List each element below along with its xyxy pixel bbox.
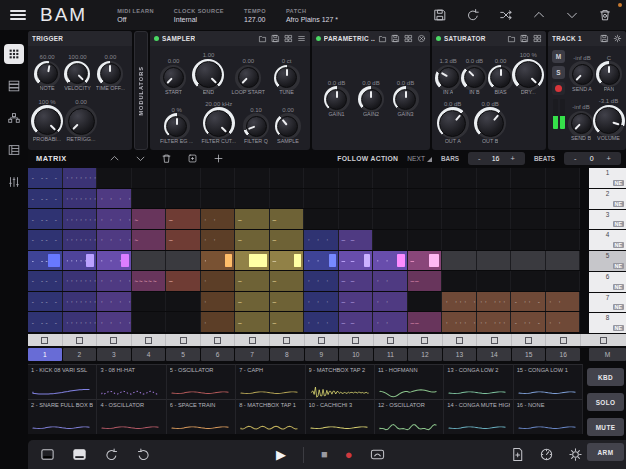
matrix-cell-r5-c12[interactable]: — [408,251,443,271]
matrix-cell-r7-c12[interactable] [408,292,443,312]
column-checkbox-7[interactable] [235,334,270,346]
matrix-cell-r1-c8[interactable] [270,168,305,188]
matrix-cell-r2-c6[interactable] [201,189,236,209]
track-cell-7-caph[interactable]: 7 - CAPH [236,364,305,399]
follow-action-dropdown[interactable]: NEXT [407,155,432,162]
matrix-cell-r4-c3[interactable]: · · · · [97,230,132,250]
matrix-cell-r7-c3[interactable]: · · · · [97,292,132,312]
topbar-field-clock-source[interactable]: CLOCK SOURCEInternal [174,8,224,23]
track-number-7[interactable]: 7 [235,348,269,361]
matrix-cell-r3-c1[interactable]: - -- - [28,209,63,229]
matrix-cell-r7-c10[interactable]: — — [339,292,374,312]
matrix-cell-r1-c9[interactable] [304,168,339,188]
matrix-cell-r8-c1[interactable]: - -- - [28,312,63,332]
track-number-6[interactable]: 6 [201,348,235,361]
undo-arc-icon[interactable] [104,447,119,462]
track-number-2[interactable]: 2 [63,348,97,361]
matrix-cell-r4-c14[interactable] [477,230,512,250]
save-icon[interactable] [600,34,609,43]
matrix-cell-r4-c12[interactable] [408,230,443,250]
matrix-cell-r4-c9[interactable]: · · · [304,230,339,250]
matrix-cell-r5-c8[interactable]: – [270,251,305,271]
matrix-cell-r7-c1[interactable]: - -- - [28,292,63,312]
arm-button[interactable]: ARM [587,443,624,461]
plus-icon[interactable] [213,153,224,164]
knob-bias[interactable]: 0.00BIAS [489,58,513,95]
track-number-11[interactable]: 11 [374,348,408,361]
scene-slot-4[interactable]: 4NE [589,230,626,250]
folder-icon[interactable] [258,34,267,43]
matrix-cell-r6-c1[interactable]: - -- - [28,271,63,291]
matrix-cell-r2-c10[interactable] [339,189,374,209]
chevron-up-icon[interactable] [532,8,546,22]
matrix-cell-r6-c3[interactable]: · · · · [97,271,132,291]
sidebar-item-track-list[interactable] [4,140,24,160]
matrix-cell-r2-c7[interactable] [235,189,270,209]
scene-slot-1[interactable]: 1NE [589,168,626,188]
matrix-cell-r2-c8[interactable] [270,189,305,209]
matrix-cell-r4-c16[interactable] [546,230,581,250]
matrix-cell-r8-c6[interactable]: · [201,312,236,332]
column-checkbox-3[interactable] [97,334,132,346]
column-checkbox-8[interactable] [270,334,305,346]
settings-icon[interactable] [568,447,583,462]
matrix-cell-r2-c16[interactable] [546,189,581,209]
track-cell-11-hofmann[interactable]: 11 - HOFMANN [375,364,444,399]
matrix-cell-r7-c15[interactable]: - ·· - [511,292,546,312]
matrix-cell-r1-c13[interactable] [442,168,477,188]
knob-in-b[interactable]: 0.0 dBIN B [462,58,486,95]
column-checkbox-14[interactable] [477,334,512,346]
column-checkbox-2[interactable] [63,334,98,346]
matrix-cell-r3-c6[interactable]: · · [201,209,236,229]
scene-slot-3[interactable]: 3NE [589,210,626,230]
panel-split-icon[interactable] [40,447,55,462]
matrix-cell-r5-c1[interactable]: - -- [28,251,63,271]
knob-volume[interactable]: -3.1 dBVOLUME [595,98,622,141]
matrix-cell-r8-c8[interactable]: – [270,312,305,332]
matrix-cell-r7-c6[interactable]: · [201,292,236,312]
knob-out-b[interactable]: 0.0 dBOUT B [471,101,508,144]
column-checkbox-12[interactable] [408,334,443,346]
scene-slot-8[interactable]: 8NE [589,313,626,333]
matrix-cell-r1-c4[interactable] [132,168,167,188]
shuffle-icon[interactable] [499,8,513,22]
solo-button[interactable]: SOLO [587,393,624,411]
column-checkbox-5[interactable] [166,334,201,346]
matrix-cell-r6-c14[interactable] [477,271,512,291]
chevron-up-icon[interactable] [109,153,120,164]
matrix-cell-r1-c14[interactable] [477,168,512,188]
topbar-field-patch[interactable]: PATCHAfro Plains 127 * [286,8,338,23]
track-number-16[interactable]: 16 [546,348,580,361]
column-checkbox-10[interactable] [339,334,374,346]
track-cell-12-oscillator[interactable]: 12 - OSCILLATOR [375,399,444,434]
matrix-cell-r3-c4[interactable]: ~ [132,209,167,229]
mute-button[interactable]: MUTE [587,418,624,436]
matrix-cell-r5-c3[interactable]: · · · [97,251,132,271]
matrix-cell-r1-c2[interactable]: ······· [63,168,98,188]
matrix-cell-r4-c1[interactable]: - -- - [28,230,63,250]
matrix-cell-r3-c15[interactable] [511,209,546,229]
add-file-icon[interactable] [510,447,525,462]
knob-pan[interactable]: CPAN [597,55,621,92]
matrix-cell-r8-c11[interactable]: · · [373,312,408,332]
matrix-cell-r5-c14[interactable] [477,251,512,271]
matrix-cell-r8-c9[interactable]: · · · [304,312,339,332]
matrix-cell-r1-c11[interactable] [373,168,408,188]
sidebar-item-pattern-matrix[interactable] [4,44,24,64]
topbar-field-midi-learn[interactable]: MIDI LEARNOff [117,8,154,23]
matrix-cell-r3-c5[interactable]: — [166,209,201,229]
matrix-cell-r3-c3[interactable]: · · · · [97,209,132,229]
track-cell-9-matchbox-tap-2[interactable]: 9 - MATCHBOX TAP 2 [306,364,375,399]
matrix-cell-r4-c11[interactable] [373,230,408,250]
undo-icon[interactable] [466,8,480,22]
knob-dry[interactable]: 100 %DRY... [515,52,542,95]
column-checkbox-11[interactable] [374,334,409,346]
matrix-cell-r6-c2[interactable]: ······· [63,271,98,291]
matrix-cell-r8-c4[interactable] [132,312,167,332]
track-cell-10-cachichi-3[interactable]: 10 - CACHICHI 3 [306,399,375,434]
grid-icon[interactable] [284,34,293,43]
track-cell-16-none[interactable]: 16 - NONE [514,399,583,434]
grid-icon[interactable] [533,34,542,43]
matrix-cell-r8-c7[interactable]: – [235,312,270,332]
knob-send-b[interactable]: -inf dBSEND B [569,104,593,141]
